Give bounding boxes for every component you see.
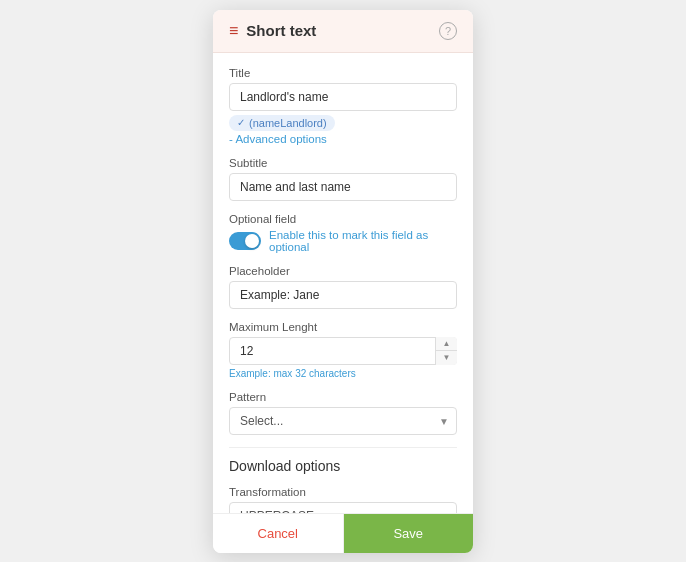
modal-header: ≡ Short text ?: [213, 10, 473, 53]
pattern-select-wrapper: Select... Numeric Alpha Alphanumeric ▼: [229, 407, 457, 435]
advanced-options-link[interactable]: - Advanced options: [229, 133, 457, 145]
header-left: ≡ Short text: [229, 22, 316, 40]
placeholder-label: Placeholder: [229, 265, 457, 277]
max-length-hint: Example: max 32 characters: [229, 368, 457, 379]
placeholder-input[interactable]: [229, 281, 457, 309]
pattern-label: Pattern: [229, 391, 457, 403]
optional-toggle-text: Enable this to mark this field as option…: [269, 229, 457, 253]
download-options-title: Download options: [229, 458, 457, 474]
tag-label: (nameLandlord): [249, 117, 327, 129]
pattern-group: Pattern Select... Numeric Alpha Alphanum…: [229, 391, 457, 435]
modal-dialog: ≡ Short text ? Title ✓ (nameLandlord) - …: [213, 10, 473, 553]
optional-group: Optional field Enable this to mark this …: [229, 213, 457, 253]
increment-button[interactable]: ▲: [436, 337, 457, 352]
toggle-row: Enable this to mark this field as option…: [229, 229, 457, 253]
title-input[interactable]: [229, 83, 457, 111]
tag-badge[interactable]: ✓ (nameLandlord): [229, 115, 335, 131]
max-length-label: Maximum Lenght: [229, 321, 457, 333]
help-icon[interactable]: ?: [439, 22, 457, 40]
checkmark-icon: ✓: [237, 117, 245, 128]
max-length-input[interactable]: [229, 337, 457, 365]
max-length-group: Maximum Lenght ▲ ▼ Example: max 32 chara…: [229, 321, 457, 379]
menu-icon: ≡: [229, 22, 238, 40]
subtitle-input[interactable]: [229, 173, 457, 201]
transformation-group: Transformation UPPERCASE LOWERCASE CAPIT…: [229, 486, 457, 513]
subtitle-group: Subtitle: [229, 157, 457, 201]
save-button[interactable]: Save: [344, 514, 474, 553]
subtitle-label: Subtitle: [229, 157, 457, 169]
max-length-input-wrapper: ▲ ▼: [229, 337, 457, 365]
transformation-label: Transformation: [229, 486, 457, 498]
toggle-knob: [245, 234, 259, 248]
placeholder-group: Placeholder: [229, 265, 457, 309]
pattern-select[interactable]: Select... Numeric Alpha Alphanumeric: [229, 407, 457, 435]
modal-title: Short text: [246, 22, 316, 39]
cancel-button[interactable]: Cancel: [213, 514, 344, 553]
decrement-button[interactable]: ▼: [436, 351, 457, 365]
title-group: Title ✓ (nameLandlord) - Advanced option…: [229, 67, 457, 145]
optional-toggle[interactable]: [229, 232, 261, 250]
section-divider: [229, 447, 457, 448]
modal-footer: Cancel Save: [213, 513, 473, 553]
transformation-select[interactable]: UPPERCASE LOWERCASE CAPITALIZE: [229, 502, 457, 513]
stepper-arrows: ▲ ▼: [435, 337, 457, 365]
modal-body: Title ✓ (nameLandlord) - Advanced option…: [213, 53, 473, 513]
optional-label: Optional field: [229, 213, 457, 225]
title-label: Title: [229, 67, 457, 79]
transformation-select-wrapper: UPPERCASE LOWERCASE CAPITALIZE ▼: [229, 502, 457, 513]
